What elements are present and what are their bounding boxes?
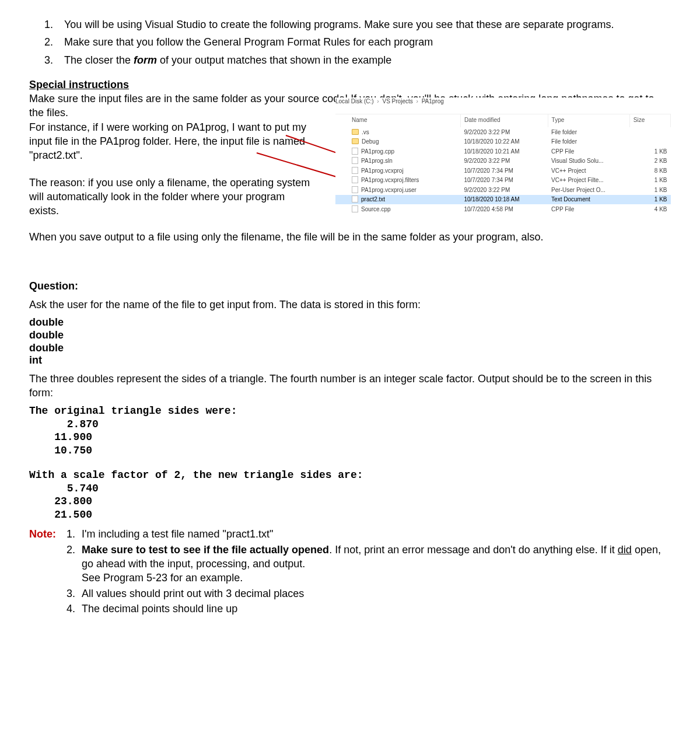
chevron-right-icon: › [416, 98, 418, 104]
file-date: 10/7/2020 7:34 PM [460, 166, 548, 176]
file-size: 1 KB [629, 176, 670, 186]
data-type-line: double [29, 316, 671, 329]
file-type: Per-User Project O... [548, 185, 629, 195]
file-type: File folder [548, 127, 629, 137]
text: The closer the [64, 54, 134, 66]
file-size [629, 137, 670, 147]
table-row[interactable]: PA1prog.vcxproj10/7/2020 7:34 PMVC++ Pro… [335, 166, 671, 176]
file-date: 10/18/2020 10:18 AM [460, 195, 548, 205]
file-type: CPP File [548, 204, 629, 214]
question-explain: The three doubles represent the sides of… [29, 372, 671, 400]
file-type: Visual Studio Solu... [548, 156, 629, 166]
chevron-right-icon: › [377, 98, 379, 104]
instruction-3: The closer the form of your output match… [56, 53, 671, 67]
emphasis: form [134, 54, 157, 66]
note-label: Note: [29, 527, 56, 617]
file-date: 10/18/2020 10:22 AM [460, 137, 548, 147]
special-instructions-block: Make sure the input files are in the sam… [29, 92, 671, 218]
note-item-3: All values should print out with 3 decim… [78, 587, 671, 601]
file-name: PA1prog.vcxproj.filters [361, 177, 419, 183]
question-ask: Ask the user for the name of the file to… [29, 298, 671, 312]
file-name: PA1prog.sln [361, 158, 393, 164]
file-size: 1 KB [629, 146, 670, 156]
file-size [629, 127, 670, 137]
file-explorer-panel: Local Disk (C:) › VS Projects › PA1prog … [335, 97, 671, 214]
file-date: 10/18/2020 10:21 AM [460, 146, 548, 156]
file-date: 10/7/2020 7:34 PM [460, 176, 548, 186]
file-size: 8 KB [629, 166, 670, 176]
folder-icon [352, 138, 359, 144]
file-icon [352, 186, 358, 193]
file-type: VC++ Project [548, 166, 629, 176]
table-row[interactable]: PA1prog.sln9/2/2020 3:22 PMVisual Studio… [335, 156, 671, 166]
file-icon [352, 205, 358, 212]
file-name: PA1prog.cpp [361, 148, 394, 155]
file-date: 9/2/2020 3:22 PM [460, 185, 548, 195]
instruction-2: Make sure that you follow the General Pr… [56, 35, 671, 49]
special-para-2: For instance, if I were working on PA1pr… [29, 120, 315, 163]
file-name: Source.cpp [361, 206, 391, 212]
crumb: PA1prog [422, 98, 444, 104]
text: of your output matches that shown in the… [157, 54, 391, 66]
instructions-list: You will be using Visual Studio to creat… [29, 18, 671, 67]
table-row[interactable]: PA1prog.vcxproj.filters10/7/2020 7:34 PM… [335, 176, 671, 186]
file-type: Text Document [548, 195, 629, 205]
file-date: 9/2/2020 3:22 PM [460, 127, 548, 137]
file-date: 9/2/2020 3:22 PM [460, 156, 548, 166]
file-name: .vs [362, 129, 369, 135]
file-icon [352, 167, 358, 174]
data-type-line: double [29, 329, 671, 342]
data-type-line: double [29, 342, 671, 355]
table-row[interactable]: PA1prog.vcxproj.user9/2/2020 3:22 PMPer-… [335, 185, 671, 195]
table-row[interactable]: pract2.txt10/18/2020 10:18 AMText Docume… [335, 195, 671, 205]
crumb: VS Projects [382, 98, 412, 104]
file-icon [352, 148, 358, 155]
col-date[interactable]: Date modified [460, 114, 548, 127]
file-name: pract2.txt [361, 196, 385, 203]
file-type: CPP File [548, 146, 629, 156]
bold-text: Make sure to test to see if the file act… [82, 544, 329, 556]
file-icon [352, 176, 358, 183]
reason-para: The reason: if you use only a filename, … [29, 176, 315, 218]
sample-output-1: The original triangle sides were: 2.870 … [29, 404, 671, 457]
col-name[interactable]: Name [335, 114, 460, 127]
file-size: 4 KB [629, 204, 670, 214]
text: . If not, print an error message and don… [329, 544, 618, 556]
table-row[interactable]: PA1prog.cpp10/18/2020 10:21 AMCPP File1 … [335, 146, 671, 156]
table-row[interactable]: .vs9/2/2020 3:22 PMFile folder [335, 127, 671, 137]
breadcrumb: Local Disk (C:) › VS Projects › PA1prog [335, 97, 671, 106]
table-header-row: Name Date modified Type Size [335, 114, 671, 127]
file-icon [352, 157, 358, 164]
file-name: PA1prog.vcxproj [361, 167, 404, 174]
col-type[interactable]: Type [548, 114, 629, 127]
file-size: 1 KB [629, 185, 670, 195]
sample-output-2: With a scale factor of 2, the new triang… [29, 469, 671, 521]
folder-icon [352, 129, 359, 135]
data-type-line: int [29, 354, 671, 367]
special-instructions-heading: Special instructions [29, 78, 671, 92]
save-output-para: When you save output to a file using onl… [29, 230, 671, 244]
note-block: Note: I'm including a test file named "p… [29, 527, 671, 617]
note-item-4: The decimal points should line up [78, 602, 671, 616]
data-format-block: doubledoubledoubleint [29, 316, 671, 366]
note-item-1: I'm including a test file named "pract1.… [78, 527, 671, 541]
file-size: 1 KB [629, 195, 670, 205]
file-date: 10/7/2020 4:58 PM [460, 204, 548, 214]
question-heading: Question: [29, 279, 671, 293]
col-size[interactable]: Size [629, 114, 670, 127]
note-item-2: Make sure to test to see if the file act… [78, 543, 671, 585]
text: See Program 5-23 for an example. [82, 572, 243, 584]
instruction-1: You will be using Visual Studio to creat… [56, 18, 671, 32]
file-size: 2 KB [629, 156, 670, 166]
crumb: Local Disk (C:) [335, 98, 374, 104]
underlined-text: did [618, 544, 632, 556]
file-table: Name Date modified Type Size .vs9/2/2020… [335, 114, 671, 214]
file-type: VC++ Project Filte... [548, 176, 629, 186]
table-row[interactable]: Debug10/18/2020 10:22 AMFile folder [335, 137, 671, 147]
file-type: File folder [548, 137, 629, 147]
file-icon [352, 196, 358, 203]
table-row[interactable]: Source.cpp10/7/2020 4:58 PMCPP File4 KB [335, 204, 671, 214]
file-name: Debug [362, 138, 379, 145]
file-name: PA1prog.vcxproj.user [361, 187, 416, 193]
note-list: I'm including a test file named "pract1.… [62, 527, 671, 617]
